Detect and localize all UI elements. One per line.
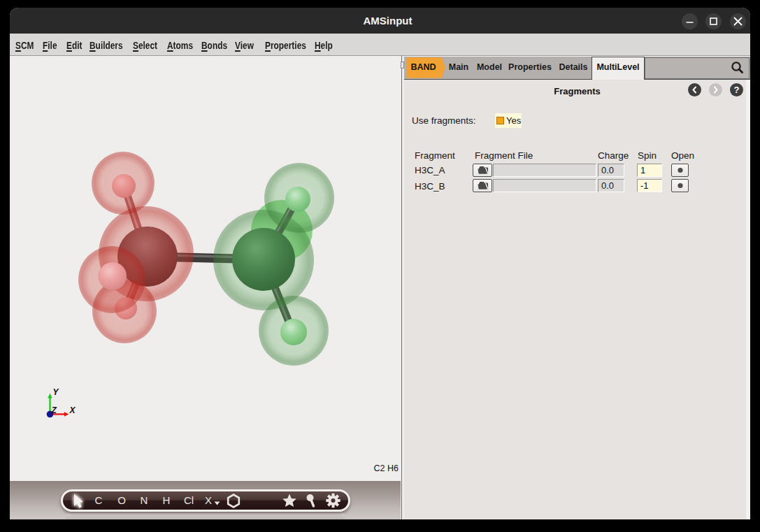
svg-text:Cl: Cl: [184, 494, 194, 506]
svg-text:?: ?: [734, 85, 740, 95]
svg-text:H: H: [163, 494, 171, 506]
svg-text:Y: Y: [53, 387, 59, 397]
svg-text:X: X: [69, 405, 76, 415]
svg-text:C: C: [95, 494, 103, 506]
svg-text:O: O: [117, 494, 126, 506]
svg-text:N: N: [141, 494, 148, 506]
svg-text:Z: Z: [51, 405, 57, 415]
svg-text:X: X: [205, 494, 212, 506]
